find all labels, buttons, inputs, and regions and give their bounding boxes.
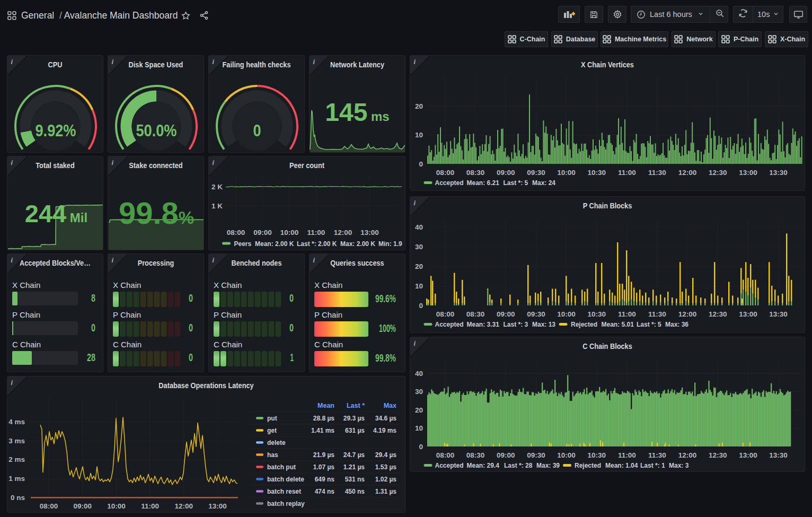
svg-text:99.8%: 99.8% (119, 196, 194, 230)
svg-text:P Chain: P Chain (214, 310, 242, 319)
svg-text:13:30: 13:30 (769, 451, 788, 459)
svg-text:Mean: 5.01: Mean: 5.01 (602, 321, 634, 328)
svg-text:08:00: 08:00 (436, 169, 455, 177)
svg-text:delete: delete (267, 439, 286, 446)
svg-text:Last *: 5: Last *: 5 (637, 321, 661, 328)
svg-text:40: 40 (415, 223, 423, 231)
svg-text:12:30: 12:30 (709, 310, 727, 318)
svg-text:474 ns: 474 ns (315, 488, 335, 495)
svg-text:0 ns: 0 ns (11, 494, 25, 502)
svg-text:20: 20 (415, 406, 423, 414)
svg-text:batch delete: batch delete (267, 476, 304, 483)
svg-text:X Chain: X Chain (314, 281, 342, 290)
svg-text:11:30: 11:30 (648, 310, 666, 318)
svg-text:08:00: 08:00 (40, 502, 58, 510)
svg-text:28.8 µs: 28.8 µs (313, 415, 335, 422)
svg-text:3 ms: 3 ms (8, 437, 25, 445)
svg-text:Mean: 6.21: Mean: 6.21 (467, 179, 500, 187)
svg-text:10: 10 (415, 282, 423, 290)
svg-text:631 µs: 631 µs (345, 427, 365, 434)
svg-text:get: get (267, 427, 277, 434)
svg-text:10:00: 10:00 (280, 229, 299, 236)
svg-text:20: 20 (415, 262, 423, 270)
svg-text:put: put (267, 415, 277, 422)
svg-text:has: has (267, 451, 278, 459)
svg-text:Accepted: Accepted (435, 462, 464, 469)
svg-text:12:30: 12:30 (709, 169, 727, 177)
svg-text:08:00: 08:00 (227, 229, 245, 236)
svg-text:0: 0 (419, 302, 423, 310)
svg-text:4.19 ms: 4.19 ms (373, 427, 396, 434)
svg-text:0: 0 (289, 322, 294, 334)
svg-text:1.21 µs: 1.21 µs (343, 463, 365, 471)
svg-text:Rejected: Rejected (575, 462, 601, 469)
svg-text:08:00: 08:00 (436, 310, 455, 318)
svg-text:0: 0 (189, 292, 193, 304)
svg-text:13:30: 13:30 (769, 310, 788, 318)
svg-text:10: 10 (415, 131, 423, 139)
svg-text:Accepted: Accepted (435, 321, 464, 328)
svg-text:13:30: 13:30 (769, 169, 788, 177)
svg-text:30: 30 (415, 243, 423, 251)
svg-text:0: 0 (253, 121, 261, 139)
svg-text:X Chain: X Chain (214, 281, 242, 290)
svg-text:99.6%: 99.6% (375, 293, 396, 304)
svg-text:2 ms: 2 ms (8, 455, 25, 463)
svg-text:09:30: 09:30 (527, 451, 545, 459)
svg-text:531 ns: 531 ns (345, 476, 365, 483)
svg-text:244 Mil: 244 Mil (25, 199, 87, 227)
svg-text:1.31 µs: 1.31 µs (375, 488, 397, 495)
svg-text:batch reset: batch reset (267, 488, 301, 495)
svg-text:10:00: 10:00 (107, 502, 126, 510)
svg-text:09:00: 09:00 (497, 169, 515, 177)
svg-text:10:30: 10:30 (587, 451, 606, 459)
svg-text:1.02 µs: 1.02 µs (375, 476, 397, 483)
svg-text:21.9 µs: 21.9 µs (313, 451, 335, 459)
svg-text:Max: 13: Max: 13 (532, 321, 555, 328)
svg-text:11:30: 11:30 (648, 451, 666, 459)
svg-text:Max: 36: Max: 36 (665, 321, 689, 328)
svg-text:2 K: 2 K (211, 183, 223, 191)
svg-text:11:00: 11:00 (618, 169, 636, 177)
svg-text:Last *: 3: Last *: 3 (504, 321, 528, 328)
svg-text:Max: Max (384, 402, 396, 409)
svg-text:50.0%: 50.0% (136, 121, 177, 139)
svg-text:Max: 2.00 K: Max: 2.00 K (340, 240, 375, 248)
svg-text:12:00: 12:00 (678, 310, 697, 318)
svg-text:C Chain: C Chain (314, 340, 343, 349)
svg-text:12:00: 12:00 (678, 169, 697, 177)
svg-text:11:00: 11:00 (141, 502, 159, 510)
svg-text:Max: 24: Max: 24 (532, 179, 555, 187)
svg-text:Max: 39: Max: 39 (536, 462, 560, 469)
svg-text:13:00: 13:00 (739, 451, 757, 459)
svg-text:1.41 ms: 1.41 ms (311, 427, 334, 434)
svg-text:Last *: 5: Last *: 5 (504, 179, 528, 187)
svg-text:10:30: 10:30 (587, 169, 606, 177)
svg-text:08:30: 08:30 (466, 451, 485, 459)
svg-text:13:00: 13:00 (208, 502, 227, 510)
svg-text:09:30: 09:30 (527, 169, 545, 177)
svg-text:Last *: 2.00 K: Last *: 2.00 K (297, 240, 337, 248)
svg-text:Last *: 1: Last *: 1 (640, 462, 665, 469)
svg-text:Mean: 2.00 K: Mean: 2.00 K (255, 240, 294, 248)
svg-text:13:00: 13:00 (360, 229, 379, 236)
svg-text:99.8%: 99.8% (375, 352, 396, 364)
svg-text:100%: 100% (379, 322, 396, 334)
svg-text:11:00: 11:00 (307, 229, 325, 236)
svg-text:1.07 µs: 1.07 µs (313, 463, 335, 471)
svg-text:11:30: 11:30 (648, 169, 666, 177)
svg-text:8: 8 (91, 292, 95, 304)
svg-text:10: 10 (415, 424, 423, 432)
svg-text:20: 20 (415, 102, 423, 110)
svg-text:Mean: 1.04: Mean: 1.04 (605, 462, 638, 469)
svg-text:0: 0 (419, 443, 423, 451)
svg-text:0: 0 (189, 352, 193, 363)
svg-text:12:00: 12:00 (678, 451, 697, 459)
svg-text:Rejected: Rejected (571, 321, 597, 328)
svg-text:08:30: 08:30 (466, 310, 485, 318)
svg-text:4 ms: 4 ms (8, 418, 25, 426)
svg-text:12:00: 12:00 (334, 229, 352, 236)
svg-text:Last *: 28: Last *: 28 (504, 462, 533, 469)
svg-text:10:30: 10:30 (587, 310, 606, 318)
svg-text:Min: 1.9: Min: 1.9 (378, 240, 402, 248)
